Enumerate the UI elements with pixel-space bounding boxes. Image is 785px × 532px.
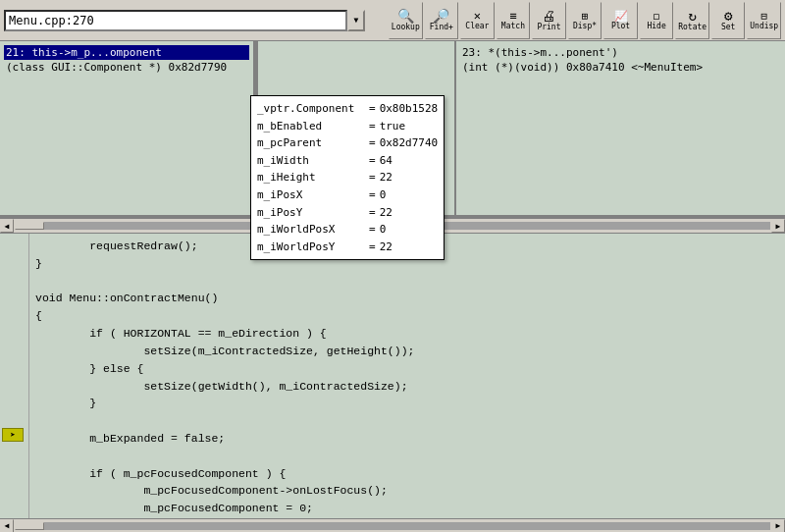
scroll-thumb-top[interactable] — [15, 222, 44, 230]
rotate-label: Rotate — [678, 24, 706, 31]
popup-row-7: m_iWorldPosX = 0 — [257, 221, 438, 239]
location-dropdown[interactable]: ▼ — [347, 10, 365, 31]
popup-val-2: 0x82d7740 — [380, 134, 439, 152]
popup-field-2: m_pcParent — [257, 134, 365, 152]
rotate-button[interactable]: ↻ Rotate — [675, 2, 709, 39]
arrow-box: ➤ — [2, 428, 24, 442]
plot-label: Plot — [611, 23, 630, 30]
set-icon: ⚙ — [724, 9, 732, 23]
popup-field-1: m_bEnabled — [257, 118, 365, 135]
popup-row-3: m_iWidth = 64 — [257, 152, 438, 170]
right-var-pane: 23: *(this->m...ponent') (int (*)(void))… — [454, 41, 785, 215]
lookup-button[interactable]: 🔍 Lookup — [389, 2, 423, 39]
location-input[interactable] — [4, 10, 347, 31]
popup-val-7: 0 — [380, 221, 387, 239]
find-icon: 🔎 — [433, 9, 449, 23]
arrow-indicator: ➤ — [2, 428, 24, 442]
scroll-left-arrow-bottom[interactable]: ◀ — [0, 519, 14, 533]
scroll-right-arrow[interactable]: ▶ — [771, 219, 785, 233]
popup-val-1: true — [380, 118, 406, 135]
print-label: Print — [537, 24, 560, 31]
find-button[interactable]: 🔎 Find+ — [425, 2, 459, 39]
popup-row-0: _vptr.Component = 0x80b1528 — [257, 100, 438, 118]
right-var-item-0[interactable]: 23: *(this->m...ponent') — [460, 45, 781, 60]
popup-row-6: m_iPosY = 22 — [257, 204, 438, 222]
popup-val-6: 22 — [380, 204, 392, 222]
popup-val-3: 64 — [380, 152, 392, 170]
popup-field-4: m_iHeight — [257, 169, 365, 186]
left-var-pane: 21: this->m_p...omponent (class GUI::Com… — [0, 41, 255, 215]
popup-row-2: m_pcParent = 0x82d7740 — [257, 134, 438, 152]
plot-icon: 📈 — [614, 11, 628, 22]
print-button[interactable]: 🖨 Print — [532, 2, 566, 39]
code-gutter: ➤ — [0, 234, 29, 518]
popup-val-5: 0 — [380, 186, 387, 204]
scroll-track-bottom[interactable] — [15, 522, 770, 530]
popup-row-1: m_bEnabled = true — [257, 118, 438, 135]
popup-row-5: m_iPosX = 0 — [257, 186, 438, 204]
popup-row-8: m_iWorldPosY = 22 — [257, 239, 438, 256]
bottom-scrollbar[interactable]: ◀ ▶ — [0, 518, 785, 532]
set-label: Set — [721, 24, 735, 31]
right-var-item-1[interactable]: (int (*)(void)) 0x80a7410 <~MenuItem> — [460, 60, 781, 75]
toolbar: ▼ 🔍 Lookup 🔎 Find+ ✕ Clear ≡ Match 🖨 Pri… — [0, 0, 785, 41]
scroll-right-arrow-bottom[interactable]: ▶ — [771, 519, 785, 533]
undisp-label: Undisp — [750, 23, 778, 30]
find-label: Find+ — [430, 24, 453, 31]
hide-label: Hide — [647, 23, 665, 30]
code-pane: ➤ requestRedraw(); } void Menu::onContra… — [0, 234, 785, 518]
popup-field-8: m_iWorldPosY — [257, 239, 365, 256]
clear-label: Clear — [465, 23, 489, 30]
undisp-button[interactable]: ⊟ Undisp — [747, 2, 781, 39]
scroll-left-arrow[interactable]: ◀ — [0, 219, 14, 233]
location-bar: ▼ — [4, 7, 387, 34]
hide-button[interactable]: ◻ Hide — [640, 2, 674, 39]
clear-button[interactable]: ✕ Clear — [460, 2, 495, 39]
popup-field-7: m_iWorldPosX — [257, 221, 365, 239]
main-area: 21: this->m_p...omponent (class GUI::Com… — [0, 41, 785, 532]
var-popup: _vptr.Component = 0x80b1528 m_bEnabled =… — [250, 95, 445, 260]
popup-val-0: 0x80b1528 — [380, 100, 439, 118]
match-label: Match — [501, 23, 525, 30]
match-button[interactable]: ≡ Match — [497, 2, 531, 39]
hide-icon: ◻ — [654, 11, 660, 22]
popup-val-8: 22 — [380, 239, 392, 256]
popup-row-4: m_iHeight = 22 — [257, 169, 438, 186]
disp-icon: ⊞ — [582, 11, 589, 22]
lookup-label: Lookup — [392, 24, 420, 31]
plot-button[interactable]: 📈 Plot — [603, 2, 638, 39]
print-icon: 🖨 — [542, 9, 555, 23]
popup-val-4: 22 — [380, 169, 392, 186]
lookup-icon: 🔍 — [397, 9, 414, 23]
top-pane: 21: this->m_p...omponent (class GUI::Com… — [0, 41, 785, 218]
undisp-icon: ⊟ — [760, 11, 767, 22]
disp-label: Disp* — [573, 23, 597, 30]
top-pane-content: 21: this->m_p...omponent (class GUI::Com… — [0, 41, 785, 215]
popup-field-0: _vptr.Component — [257, 100, 365, 118]
popup-field-3: m_iWidth — [257, 152, 365, 170]
disp-button[interactable]: ⊞ Disp* — [568, 2, 602, 39]
popup-field-5: m_iPosX — [257, 186, 365, 204]
match-icon: ≡ — [509, 10, 516, 22]
var-item-selected[interactable]: 21: this->m_p...omponent — [4, 45, 249, 60]
set-button[interactable]: ⚙ Set — [711, 2, 746, 39]
clear-icon: ✕ — [474, 10, 481, 22]
code-content[interactable]: requestRedraw(); } void Menu::onContract… — [29, 234, 785, 518]
rotate-icon: ↻ — [688, 9, 696, 23]
var-item-class[interactable]: (class GUI::Component *) 0x82d7790 — [4, 60, 249, 75]
scroll-thumb-bottom[interactable] — [15, 522, 44, 530]
popup-field-6: m_iPosY — [257, 204, 365, 222]
